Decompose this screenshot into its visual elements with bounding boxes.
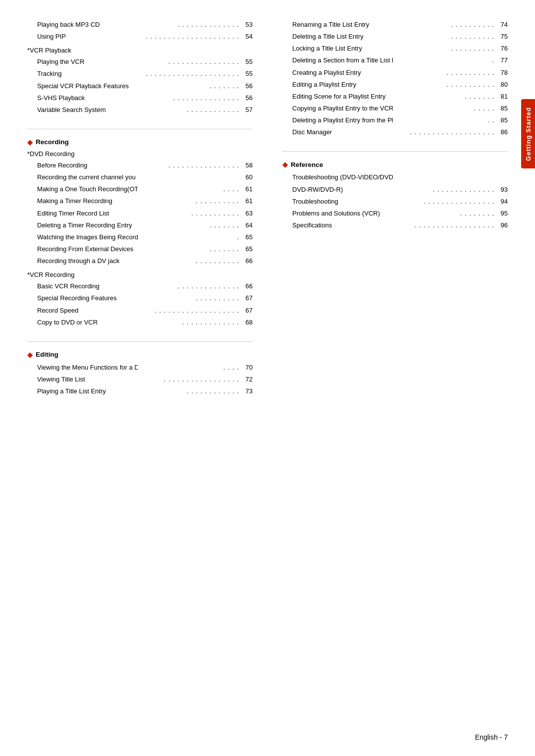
entry-title: Using PIP — [37, 32, 138, 42]
list-item: Deleting a Playlist Entry from the Playl… — [282, 115, 508, 125]
entry-title: Locking a Title List Entry — [292, 44, 393, 54]
entry-dots: . — [393, 55, 495, 65]
entry-title: Basic VCR Recording — [37, 281, 138, 291]
list-item: Playing back MP3 CD . . . . . . . . . . … — [27, 20, 253, 30]
page-footer: English - 7 — [475, 733, 508, 741]
entry-page: 86 — [495, 127, 508, 137]
entry-title: Deleting a Title List Entry — [292, 32, 393, 42]
entry-dots: . . . . . . . — [138, 244, 240, 254]
entry-title: Playing back MP3 CD — [37, 20, 138, 30]
reference-section: ◆ Reference Troubleshooting (DVD-VIDEO/D… — [282, 161, 508, 230]
entry-dots: . . . . . . . . . . — [393, 20, 495, 30]
diamond-icon-3: ◆ — [282, 161, 288, 168]
entry-dots: . . . . — [138, 184, 240, 194]
entry-dots: . . . . . . . . . . — [138, 293, 240, 303]
diamond-icon: ◆ — [27, 138, 33, 146]
entry-dots: . . . . . . . . . . . — [138, 209, 240, 218]
entry-title: Specifications — [292, 220, 393, 230]
entry-title: Problems and Solutions (VCR) — [292, 209, 393, 218]
entry-title: Deleting a Playlist Entry from the Playl… — [292, 115, 393, 125]
sidebar-tab: Getting Started — [521, 99, 535, 168]
entry-title: Editing Scene for a Playlist Entry — [292, 92, 393, 102]
entry-dots: . . . . . . . . . . . . . . . . . . . . … — [138, 32, 240, 42]
list-item: Special VCR Playback Features . . . . . … — [27, 81, 253, 91]
list-item: Copy to DVD or VCR . . . . . . . . . . .… — [27, 318, 253, 327]
entry-page: 81 — [495, 92, 508, 102]
entry-title: Copying a Playlist Entry to the VCR — [292, 104, 393, 113]
entry-dots: . . . . . . . . . . . . . . . . . . . — [393, 127, 495, 137]
list-item: Viewing Title List . . . . . . . . . . .… — [27, 375, 253, 384]
entry-page: 73 — [240, 386, 253, 396]
entry-title: Editing a Playlist Entry — [292, 80, 393, 90]
entry-page: 70 — [240, 363, 253, 373]
entry-title: Disc Manager — [292, 127, 393, 137]
entry-page: 85 — [495, 104, 508, 113]
entry-title: Special Recording Features — [37, 293, 138, 303]
list-item: Editing Scene for a Playlist Entry . . .… — [282, 92, 508, 102]
list-item: Specifications . . . . . . . . . . . . .… — [282, 220, 508, 230]
entry-title: Record Speed — [37, 306, 138, 316]
entry-dots: . . . . . . . . . . . . . . — [138, 20, 240, 30]
page-number: English - 7 — [475, 733, 508, 741]
entry-title: Troubleshooting — [292, 197, 393, 207]
entry-dots: . . . . . . . — [138, 220, 240, 230]
list-item: Making a One Touch Recording(OTR) . . . … — [27, 184, 253, 194]
subsection-label-vcr: *VCR Recording — [27, 271, 253, 278]
entry-title: Troubleshooting (DVD-VIDEO/DVD-RAM/ — [292, 172, 393, 182]
entry-page: 96 — [495, 220, 508, 230]
list-item: Tracking . . . . . . . . . . . . . . . .… — [27, 69, 253, 79]
entry-page: 66 — [240, 256, 253, 266]
entry-dots: . . . . . . . . . . — [138, 196, 240, 206]
list-item: Deleting a Timer Recording Entry . . . .… — [27, 220, 253, 230]
entry-page: 64 — [240, 220, 253, 230]
entry-dots: . . . . . . . . . . . . . . . . . — [138, 375, 240, 384]
entry-dots: . . . . . . . . — [393, 209, 495, 218]
entry-dots: . — [138, 232, 240, 242]
entry-page: 75 — [495, 32, 508, 42]
entry-title: Recording the current channel you are wa… — [37, 172, 138, 182]
section-divider-2 — [27, 341, 253, 342]
section-title: Reference — [291, 161, 323, 168]
list-item: Before Recording . . . . . . . . . . . .… — [27, 161, 253, 170]
recording-section: ◆ Recording *DVD Recording Before Record… — [27, 138, 253, 327]
entry-dots: . . . . . . . . . . . . — [138, 105, 240, 115]
entry-title: Deleting a Section from a Title List Ent… — [292, 55, 393, 65]
entry-page: 55 — [240, 69, 253, 79]
entry-page: 77 — [495, 55, 508, 65]
entry-dots: . . . . . — [393, 104, 495, 113]
section-header-editing: ◆ Editing — [27, 351, 253, 359]
entry-dots: . . . . . . . . . . . . . . . . . . . — [138, 306, 240, 316]
content-area: Playing back MP3 CD . . . . . . . . . . … — [0, 0, 535, 756]
editing-continued-section: Renaming a Title List Entry . . . . . . … — [282, 20, 508, 137]
section-divider — [27, 129, 253, 129]
entry-page: 85 — [495, 115, 508, 125]
page: Getting Started Playing back MP3 CD . . … — [0, 0, 535, 756]
entry-page: 61 — [240, 196, 253, 206]
entry-page: 58 — [240, 161, 253, 170]
list-item: Renaming a Title List Entry . . . . . . … — [282, 20, 508, 30]
list-item: Editing Timer Record List . . . . . . . … — [27, 209, 253, 218]
entry-title: DVD-RW/DVD-R) — [292, 185, 393, 195]
list-item: Variable Search System . . . . . . . . .… — [27, 105, 253, 115]
subsection-label: *VCR Playback — [27, 47, 253, 54]
vcr-playback-section: Playing back MP3 CD . . . . . . . . . . … — [27, 20, 253, 115]
entry-page: 74 — [495, 20, 508, 30]
list-item: Basic VCR Recording . . . . . . . . . . … — [27, 281, 253, 291]
entry-dots: . . . . . . . . . . — [138, 256, 240, 266]
entry-title: Playing the VCR — [37, 57, 138, 67]
entry-title: Special VCR Playback Features — [37, 81, 138, 91]
entry-page: 53 — [240, 20, 253, 30]
entry-dots: . . . . . . . — [138, 81, 240, 91]
list-item: Deleting a Title List Entry . . . . . . … — [282, 32, 508, 42]
list-item: Viewing the Menu Functions for a Disc . … — [27, 363, 253, 373]
entry-dots: . . . . . . . . . . . . . . . . — [138, 57, 240, 67]
entry-title: Viewing the Menu Functions for a Disc — [37, 363, 138, 373]
entry-page: 55 — [240, 57, 253, 67]
entry-page: 72 — [240, 375, 253, 384]
entry-page: 67 — [240, 293, 253, 303]
entry-page: 68 — [240, 318, 253, 327]
entry-page: 54 — [240, 32, 253, 42]
list-item: Locking a Title List Entry . . . . . . .… — [282, 44, 508, 54]
entry-title: Making a Timer Recording — [37, 196, 138, 206]
entry-page: 67 — [240, 306, 253, 316]
